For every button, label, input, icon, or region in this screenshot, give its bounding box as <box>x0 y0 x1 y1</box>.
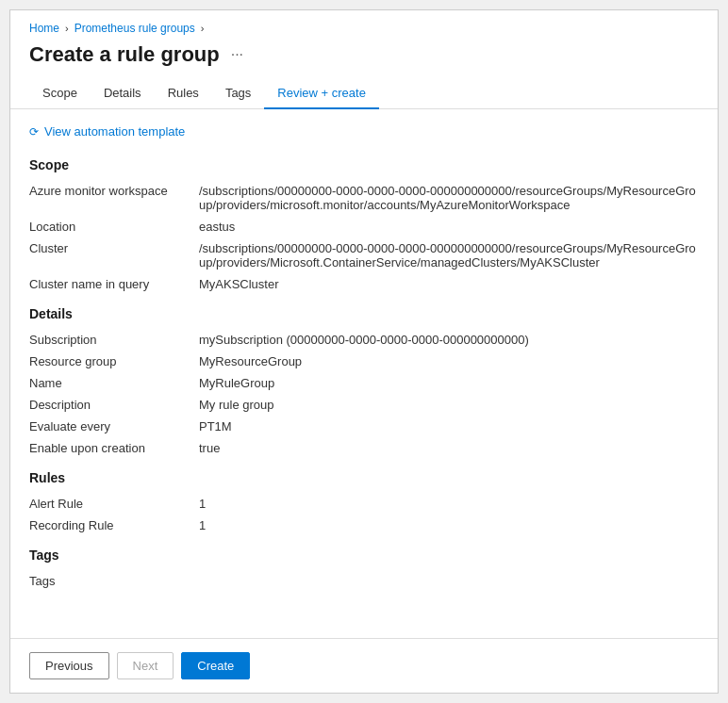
field-name: Name MyRuleGroup <box>29 376 699 390</box>
field-label-recording-rule: Recording Rule <box>29 518 199 532</box>
breadcrumb-separator-2: › <box>201 23 205 34</box>
breadcrumb: Home › Prometheus rule groups › <box>10 10 718 39</box>
field-cluster-name-in-query: Cluster name in query MyAKSCluster <box>29 277 699 291</box>
field-label-cluster: Cluster <box>29 241 199 255</box>
field-recording-rule: Recording Rule 1 <box>29 518 699 532</box>
field-resource-group: Resource group MyResourceGroup <box>29 354 699 368</box>
content-area: ⟳ View automation template Scope Azure m… <box>10 109 718 638</box>
field-label-location: Location <box>29 220 199 234</box>
field-label-resource-group: Resource group <box>29 354 199 368</box>
ellipsis-button[interactable]: ··· <box>227 44 247 65</box>
rules-section-header: Rules <box>29 470 699 485</box>
field-label-name: Name <box>29 376 199 390</box>
field-value-azure-monitor-workspace: /subscriptions/00000000-0000-0000-0000-0… <box>199 184 699 212</box>
field-label-subscription: Subscription <box>29 333 199 347</box>
details-section: Details Subscription mySubscription (000… <box>29 306 699 455</box>
field-label-azure-monitor-workspace: Azure monitor workspace <box>29 184 199 198</box>
breadcrumb-separator-1: › <box>65 23 69 34</box>
footer: Previous Next Create <box>10 638 718 693</box>
breadcrumb-home[interactable]: Home <box>29 22 59 35</box>
field-description: Description My rule group <box>29 398 699 412</box>
page-title: Create a rule group <box>29 42 220 67</box>
next-button: Next <box>117 652 174 679</box>
field-subscription: Subscription mySubscription (00000000-00… <box>29 333 699 347</box>
main-window: Home › Prometheus rule groups › Create a… <box>9 9 719 694</box>
create-button[interactable]: Create <box>181 652 250 679</box>
tags-section: Tags Tags <box>29 548 699 588</box>
scope-section-header: Scope <box>29 157 699 172</box>
field-cluster: Cluster /subscriptions/00000000-0000-000… <box>29 241 699 270</box>
field-value-recording-rule: 1 <box>199 518 699 532</box>
field-value-cluster-name-in-query: MyAKSCluster <box>199 277 699 291</box>
field-label-tags: Tags <box>29 574 199 588</box>
rules-section: Rules Alert Rule 1 Recording Rule 1 <box>29 470 699 532</box>
tabs-bar: Scope Details Rules Tags Review + create <box>10 78 718 109</box>
tab-tags[interactable]: Tags <box>212 78 264 109</box>
field-tags: Tags <box>29 574 699 588</box>
field-label-evaluate-every: Evaluate every <box>29 419 199 433</box>
field-label-cluster-name-in-query: Cluster name in query <box>29 277 199 291</box>
field-location: Location eastus <box>29 220 699 234</box>
tags-section-header: Tags <box>29 548 699 563</box>
tab-rules[interactable]: Rules <box>155 78 212 109</box>
field-value-evaluate-every: PT1M <box>199 419 699 433</box>
previous-button[interactable]: Previous <box>29 652 109 679</box>
details-section-header: Details <box>29 306 699 321</box>
field-label-description: Description <box>29 398 199 412</box>
tab-review-create[interactable]: Review + create <box>264 78 379 109</box>
automation-link-label: View automation template <box>44 124 185 139</box>
field-value-resource-group: MyResourceGroup <box>199 354 699 368</box>
field-value-name: MyRuleGroup <box>199 376 699 390</box>
automation-icon: ⟳ <box>29 125 39 139</box>
tab-details[interactable]: Details <box>91 78 155 109</box>
field-label-enable-upon-creation: Enable upon creation <box>29 441 199 455</box>
field-value-cluster: /subscriptions/00000000-0000-0000-0000-0… <box>199 241 699 270</box>
field-value-enable-upon-creation: true <box>199 441 699 455</box>
field-value-location: eastus <box>199 220 699 234</box>
field-azure-monitor-workspace: Azure monitor workspace /subscriptions/0… <box>29 184 699 212</box>
tab-scope[interactable]: Scope <box>29 78 91 109</box>
field-evaluate-every: Evaluate every PT1M <box>29 419 699 433</box>
field-label-alert-rule: Alert Rule <box>29 497 199 511</box>
automation-template-link[interactable]: ⟳ View automation template <box>29 124 699 139</box>
breadcrumb-prometheus[interactable]: Prometheus rule groups <box>74 22 195 35</box>
field-value-description: My rule group <box>199 398 699 412</box>
field-alert-rule: Alert Rule 1 <box>29 497 699 511</box>
page-title-row: Create a rule group ··· <box>10 39 718 78</box>
field-value-subscription: mySubscription (00000000-0000-0000-0000-… <box>199 333 699 347</box>
field-enable-upon-creation: Enable upon creation true <box>29 441 699 455</box>
field-value-alert-rule: 1 <box>199 497 699 511</box>
scope-section: Scope Azure monitor workspace /subscript… <box>29 157 699 291</box>
